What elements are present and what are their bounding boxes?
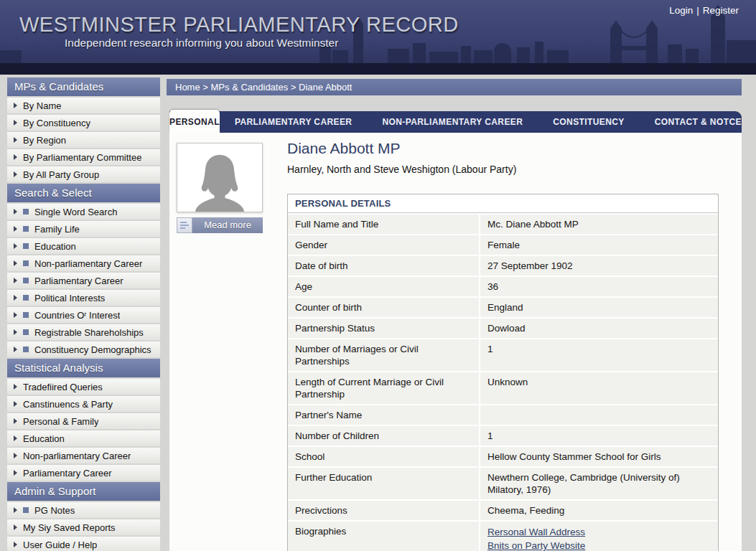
table-row: Age36: [288, 277, 718, 296]
register-link[interactable]: Register: [703, 5, 739, 16]
arrow-right-icon: [14, 418, 17, 424]
row-label: Gender: [288, 235, 479, 255]
arrow-right-icon: [14, 209, 17, 215]
row-value: Rersonal Wall AddressBnits on Party Webs…: [480, 522, 718, 551]
arrow-right-icon: [14, 470, 17, 476]
sidebar-item-label: Parliamentary Career: [23, 468, 112, 479]
arrow-right-icon: [14, 260, 17, 266]
sidebar-item-by-region[interactable]: By Region: [7, 132, 160, 148]
row-value: 1: [480, 426, 718, 446]
sidebar-item-by-parliamentary-committee[interactable]: By Parliamentary Committee: [7, 149, 160, 165]
tab-constituency[interactable]: CONSTITUENCY: [538, 111, 639, 133]
sidebar-item-label: PG Notes: [34, 505, 75, 516]
sidebar-item-label: Countries Oʳ Interest: [34, 310, 120, 321]
site-header: Login|Register WESTMINSTER PARLIAMENTARY…: [0, 0, 756, 75]
table-row: Counter of birthEngland: [288, 298, 718, 317]
arrow-right-icon: [14, 347, 17, 352]
sidebar-item-label: By All Party Group: [23, 169, 99, 180]
row-value: Hellow County Stammer School for Girls: [480, 447, 718, 466]
sidebar-item-education[interactable]: Education: [7, 430, 160, 446]
row-label: Date of birth: [288, 256, 479, 276]
auth-separator: |: [693, 5, 703, 16]
sidebar-item-my-siy-saved-reports[interactable]: My Siy Saved Reports: [7, 519, 160, 535]
table-row: Length of Current Marriage or Civil Part…: [288, 372, 718, 404]
row-label: Partnership Status: [288, 319, 479, 338]
row-value: 27 September 1902: [480, 256, 718, 276]
sidebar-item-label: Non-parliamentary Career: [34, 258, 142, 269]
row-value: Cheema, Feeding: [480, 501, 718, 520]
site-tagline: Independent research informing you about…: [65, 37, 338, 50]
sidebar-item-label: Education: [23, 433, 65, 444]
table-row: PrecivctionsCheema, Feeding: [288, 501, 718, 520]
bullet-square-icon: [23, 507, 29, 513]
sidebar-item-parliamentary-career[interactable]: Parliamentary Career: [7, 273, 160, 288]
breadcrumb-home[interactable]: Home: [175, 82, 200, 93]
row-value: England: [480, 298, 718, 317]
table-heading: PERSONAL DETAILS: [288, 194, 718, 213]
sidebar-section-header: Admin & Support: [7, 482, 160, 501]
row-label: Full Name and Title: [288, 215, 479, 234]
tab-parliamentary-career[interactable]: PARLIAMENTARY CAREER: [220, 111, 368, 133]
table-row: Full Name and TitleMc. Diane Abbott MP: [288, 215, 718, 234]
sidebar-section-header: Statistical Analysis: [7, 359, 160, 377]
tab-personal[interactable]: PERSONAL: [169, 110, 220, 133]
breadcrumb-mps-candidates[interactable]: MPs & Candidates: [211, 82, 289, 93]
arrow-right-icon: [14, 243, 17, 249]
sidebar-item-non-parliamentary-career[interactable]: Non-parliamentary Career: [7, 448, 160, 463]
breadcrumb-diane-abbott: Diane Abbott: [299, 82, 352, 93]
row-label: Age: [288, 277, 479, 296]
sidebar-item-registrable-shareholships[interactable]: Registrable Shareholships: [7, 324, 160, 340]
sidebar-item-single-word-search[interactable]: Single Word Search: [7, 204, 160, 220]
sidebar: MPs & CandidatesBy NameBy ConstituencyBy…: [7, 77, 160, 551]
arrow-right-icon: [14, 542, 17, 547]
arrow-right-icon: [14, 120, 17, 126]
row-value: Female: [480, 235, 718, 255]
sidebar-item-label: Personal & Family: [23, 416, 98, 427]
list-icon: [177, 217, 192, 233]
row-value: Unknown: [480, 372, 718, 404]
arrow-right-icon: [14, 312, 17, 318]
sidebar-item-user-guide-help[interactable]: User Guide / Help: [7, 537, 160, 551]
arrow-right-icon: [14, 329, 17, 335]
breadcrumb-separator: >: [288, 82, 299, 93]
sidebar-item-education[interactable]: Education: [7, 238, 160, 254]
sidebar-section-header: MPs & Candidates: [7, 77, 160, 96]
sidebar-item-by-all-party-group[interactable]: By All Party Group: [7, 166, 160, 182]
sidebar-item-pg-notes[interactable]: PG Notes: [7, 502, 160, 518]
row-label: Length of Current Marriage or Civil Part…: [288, 372, 479, 404]
sidebar-item-by-name[interactable]: By Name: [7, 98, 160, 113]
bullet-square-icon: [23, 278, 29, 283]
sidebar-item-family-life[interactable]: Family Life: [7, 221, 160, 237]
biography-link[interactable]: Rersonal Wall Address: [487, 525, 711, 539]
sidebar-item-label: Constituency Demographics: [34, 344, 151, 355]
tab-non-parliamentary-career[interactable]: NON-PARLIAMENTARY CAREER: [367, 111, 538, 133]
arrow-right-icon: [14, 295, 17, 301]
tab-contact-notce[interactable]: CONTACT & NOTCE: [640, 111, 756, 133]
sidebar-item-non-parliamentary-career[interactable]: Non-parliamentary Career: [7, 255, 160, 271]
sidebar-item-label: Political Interests: [34, 293, 105, 303]
table-row: SchoolHellow County Stammer School for G…: [288, 447, 718, 466]
login-link[interactable]: Login: [669, 5, 693, 16]
sidebar-item-constituency-demographics[interactable]: Constituency Demographics: [7, 342, 160, 357]
bullet-square-icon: [23, 260, 29, 266]
read-more-button[interactable]: Mead more: [177, 217, 263, 233]
sidebar-item-tradefiired-queries[interactable]: Tradefiired Queries: [7, 379, 160, 395]
table-row: Partner's Name: [288, 405, 718, 425]
sidebar-item-label: My Siy Saved Reports: [23, 522, 116, 533]
sidebar-item-canstinuencs-party[interactable]: Canstinuencs & Party: [7, 396, 160, 412]
sidebar-item-countries-o-interest[interactable]: Countries Oʳ Interest: [7, 307, 160, 323]
content-panel: Mead more Diane Abbott MP Harnley, North…: [169, 133, 742, 551]
biography-link[interactable]: Bnits on Party Website: [487, 539, 711, 551]
sidebar-item-political-interests[interactable]: Political Interests: [7, 290, 160, 306]
bullet-square-icon: [23, 226, 29, 232]
arrow-right-icon: [14, 171, 17, 177]
sidebar-item-personal-family[interactable]: Personal & Family: [7, 413, 160, 429]
mp-photo: [177, 143, 263, 212]
sidebar-item-label: By Name: [23, 100, 61, 111]
row-label: School: [288, 447, 479, 466]
sidebar-item-parliamentary-career[interactable]: Parliamentary Career: [7, 465, 160, 481]
arrow-right-icon: [14, 103, 17, 108]
row-label: Biographies: [288, 522, 479, 551]
sidebar-item-by-constituency[interactable]: By Constituency: [7, 115, 160, 131]
arrow-right-icon: [14, 507, 17, 513]
